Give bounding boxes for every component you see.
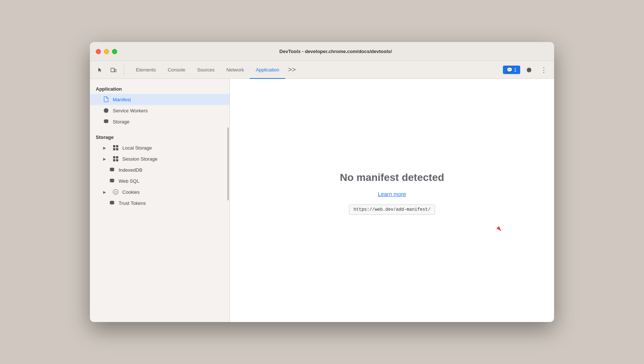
maximize-button[interactable] bbox=[112, 49, 117, 54]
trust-tokens-label: Trust Tokens bbox=[119, 200, 146, 206]
svg-line-21 bbox=[498, 227, 501, 231]
expand-arrow-cookies: ▶ bbox=[103, 190, 108, 194]
tab-sources[interactable]: Sources bbox=[191, 62, 221, 79]
sidebar-item-cookies[interactable]: ▶ Cookies bbox=[90, 186, 230, 197]
web-sql-label: Web SQL bbox=[119, 178, 139, 184]
settings-button[interactable] bbox=[523, 64, 535, 76]
tab-application[interactable]: Application bbox=[250, 62, 285, 79]
minimize-button[interactable] bbox=[104, 49, 109, 54]
svg-rect-5 bbox=[113, 148, 115, 150]
sidebar-scrollbar[interactable] bbox=[227, 127, 229, 200]
traffic-lights bbox=[96, 49, 117, 54]
svg-point-11 bbox=[110, 168, 114, 169]
expand-arrow-session-storage: ▶ bbox=[103, 157, 108, 161]
svg-point-14 bbox=[115, 191, 115, 192]
svg-point-13 bbox=[113, 189, 118, 195]
notif-count: 1 bbox=[514, 67, 517, 73]
tab-console[interactable]: Console bbox=[162, 62, 191, 79]
cookies-label: Cookies bbox=[122, 189, 140, 195]
sidebar-item-web-sql[interactable]: Web SQL bbox=[90, 175, 230, 186]
trust-tokens-icon bbox=[109, 200, 115, 206]
local-storage-label: Local Storage bbox=[122, 145, 152, 151]
main-content: Application Manifest Service Workers bbox=[90, 79, 554, 322]
red-arrow-annotation bbox=[497, 226, 503, 234]
svg-rect-7 bbox=[113, 156, 115, 158]
device-toggle-icon[interactable] bbox=[108, 64, 119, 76]
no-manifest-panel: No manifest detected Learn more https://… bbox=[340, 172, 444, 215]
sidebar-item-storage[interactable]: Storage bbox=[90, 116, 230, 127]
indexeddb-icon bbox=[109, 167, 115, 173]
sidebar: Application Manifest Service Workers bbox=[90, 79, 230, 322]
toolbar: Elements Console Sources Network Applica… bbox=[90, 61, 554, 79]
application-section-label: Application bbox=[90, 83, 230, 94]
storage-label: Storage bbox=[113, 119, 130, 125]
more-options-button[interactable]: ⋮ bbox=[538, 64, 550, 76]
sidebar-item-session-storage[interactable]: ▶ Session Storage bbox=[90, 153, 230, 164]
expand-arrow-local-storage: ▶ bbox=[103, 146, 108, 150]
service-workers-label: Service Workers bbox=[113, 108, 148, 113]
svg-rect-10 bbox=[116, 159, 118, 161]
sidebar-item-service-workers[interactable]: Service Workers bbox=[90, 105, 230, 116]
sidebar-item-indexeddb[interactable]: IndexedDB bbox=[90, 164, 230, 175]
content-area: No manifest detected Learn more https://… bbox=[230, 79, 554, 322]
toolbar-right: 💬 1 ⋮ bbox=[503, 64, 550, 76]
sidebar-divider bbox=[90, 127, 230, 132]
storage-section-label: Storage bbox=[90, 132, 230, 142]
web-sql-icon bbox=[109, 178, 115, 184]
toolbar-icon-group bbox=[94, 64, 124, 76]
storage-icon bbox=[103, 119, 109, 125]
titlebar: DevTools - developer.chrome.com/docs/dev… bbox=[90, 42, 554, 61]
svg-point-15 bbox=[116, 191, 117, 192]
session-storage-icon bbox=[113, 156, 119, 162]
cookies-icon bbox=[113, 189, 119, 195]
close-button[interactable] bbox=[96, 49, 101, 54]
local-storage-icon bbox=[113, 145, 119, 151]
learn-more-link[interactable]: Learn more bbox=[378, 191, 406, 197]
svg-point-17 bbox=[114, 192, 115, 193]
svg-point-16 bbox=[115, 193, 116, 193]
gear-icon bbox=[103, 108, 109, 113]
indexeddb-label: IndexedDB bbox=[119, 167, 142, 173]
svg-point-18 bbox=[116, 192, 117, 193]
svg-rect-1 bbox=[115, 69, 116, 72]
cursor-icon[interactable] bbox=[94, 64, 106, 76]
session-storage-label: Session Storage bbox=[122, 156, 157, 162]
manifest-label: Manifest bbox=[113, 97, 131, 102]
no-manifest-title: No manifest detected bbox=[340, 172, 444, 183]
notifications-button[interactable]: 💬 1 bbox=[503, 66, 520, 74]
svg-rect-0 bbox=[111, 68, 114, 72]
svg-rect-9 bbox=[113, 159, 115, 161]
svg-rect-4 bbox=[116, 145, 118, 147]
sidebar-item-trust-tokens[interactable]: Trust Tokens bbox=[90, 197, 230, 209]
svg-rect-3 bbox=[113, 145, 115, 147]
window-title: DevTools - developer.chrome.com/docs/dev… bbox=[123, 49, 548, 54]
notif-icon: 💬 bbox=[507, 67, 512, 73]
more-tabs-button[interactable]: >> bbox=[285, 61, 299, 78]
sidebar-item-manifest[interactable]: Manifest bbox=[90, 94, 230, 105]
svg-point-2 bbox=[104, 119, 108, 121]
sidebar-item-local-storage[interactable]: ▶ Local Storage bbox=[90, 142, 230, 153]
tab-elements[interactable]: Elements bbox=[130, 62, 162, 79]
svg-rect-8 bbox=[116, 156, 118, 158]
svg-point-12 bbox=[110, 179, 114, 180]
devtools-window: DevTools - developer.chrome.com/docs/dev… bbox=[90, 42, 554, 322]
svg-point-19 bbox=[110, 201, 114, 202]
svg-rect-6 bbox=[116, 148, 118, 150]
tab-list: Elements Console Sources Network Applica… bbox=[130, 61, 501, 78]
url-tooltip: https://web.dev/add-manifest/ bbox=[349, 204, 435, 215]
file-icon bbox=[103, 97, 109, 102]
tab-network[interactable]: Network bbox=[221, 62, 250, 79]
